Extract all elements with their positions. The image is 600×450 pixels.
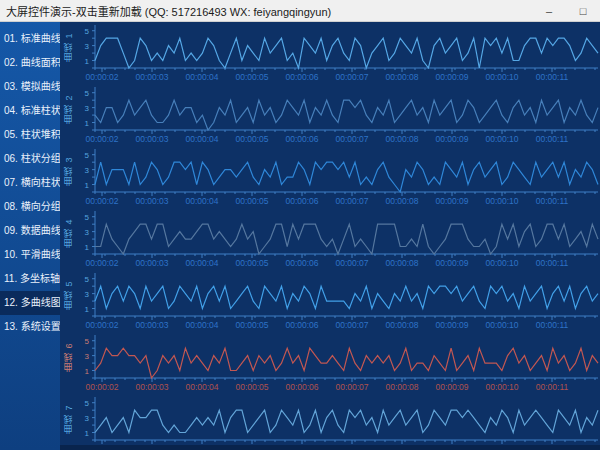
sidebar-item-04[interactable]: 04. 标准柱状 bbox=[0, 99, 60, 123]
y-tick-label: 1 bbox=[85, 305, 90, 314]
chart-y-title: 曲线 4 bbox=[60, 208, 76, 258]
y-tick-label: 5 bbox=[85, 89, 90, 98]
chart-svg: 531 bbox=[76, 394, 600, 450]
chart-row-3: 曲线 353100:00:0200:00:0300:00:0400:00:050… bbox=[60, 146, 600, 208]
x-tick-label: 00:00:04 bbox=[185, 382, 218, 392]
sidebar-item-01[interactable]: 01. 标准曲线 bbox=[0, 27, 60, 51]
x-tick-label: 00:00:07 bbox=[335, 72, 368, 82]
sidebar-item-11[interactable]: 11. 多坐标轴 bbox=[0, 267, 60, 291]
sidebar-item-03[interactable]: 03. 模拟曲线 bbox=[0, 75, 60, 99]
sidebar-item-06[interactable]: 06. 柱状分组 bbox=[0, 147, 60, 171]
y-tick-label: 3 bbox=[85, 228, 90, 237]
x-tick-label: 00:00:09 bbox=[435, 320, 468, 330]
minimize-button[interactable]: – bbox=[532, 0, 566, 22]
x-tick-label: 00:00:08 bbox=[385, 196, 418, 206]
app-window: 大屏控件演示-双击重新加载 (QQ: 517216493 WX: feiyang… bbox=[0, 0, 600, 450]
x-tick-label: 00:00:03 bbox=[135, 382, 168, 392]
y-tick-label: 5 bbox=[85, 27, 90, 36]
y-tick-label: 1 bbox=[85, 429, 90, 438]
x-tick-label: 00:00:08 bbox=[385, 320, 418, 330]
panel-bottom-strip bbox=[60, 445, 600, 450]
chart-y-title: 曲线 3 bbox=[60, 146, 76, 196]
sidebar-item-07[interactable]: 07. 横向柱状 bbox=[0, 171, 60, 195]
line-series bbox=[95, 224, 598, 254]
x-tick-label: 00:00:10 bbox=[485, 382, 518, 392]
x-tick-label: 00:00:03 bbox=[135, 196, 168, 206]
x-tick-label: 00:00:04 bbox=[185, 258, 218, 268]
chart-svg: 53100:00:0200:00:0300:00:0400:00:0500:00… bbox=[76, 208, 600, 270]
chart-y-title: 曲线 1 bbox=[60, 22, 76, 72]
x-tick-label: 00:00:11 bbox=[536, 382, 569, 392]
y-tick-label: 1 bbox=[85, 119, 90, 128]
x-tick-label: 00:00:09 bbox=[435, 196, 468, 206]
main-area: 01. 标准曲线02. 曲线面积03. 模拟曲线04. 标准柱状05. 柱状堆积… bbox=[0, 22, 600, 450]
x-tick-label: 00:00:02 bbox=[85, 196, 118, 206]
x-tick-label: 00:00:11 bbox=[536, 320, 569, 330]
chart-row-6: 曲线 653100:00:0200:00:0300:00:0400:00:050… bbox=[60, 332, 600, 394]
line-series bbox=[95, 286, 598, 308]
y-tick-label: 3 bbox=[85, 42, 90, 51]
x-tick-label: 00:00:02 bbox=[85, 320, 118, 330]
chart-y-title: 曲线 5 bbox=[60, 270, 76, 320]
x-tick-label: 00:00:05 bbox=[235, 134, 268, 144]
x-tick-label: 00:00:11 bbox=[536, 72, 569, 82]
x-tick-label: 00:00:06 bbox=[285, 72, 318, 82]
x-tick-label: 00:00:04 bbox=[185, 134, 218, 144]
y-tick-label: 5 bbox=[85, 337, 90, 346]
sidebar-item-09[interactable]: 09. 数据曲线 bbox=[0, 219, 60, 243]
y-tick-label: 1 bbox=[85, 181, 90, 190]
chart-svg: 53100:00:0200:00:0300:00:0400:00:0500:00… bbox=[76, 332, 600, 394]
sidebar: 01. 标准曲线02. 曲线面积03. 模拟曲线04. 标准柱状05. 柱状堆积… bbox=[0, 22, 60, 450]
x-tick-label: 00:00:05 bbox=[235, 196, 268, 206]
chart-svg: 53100:00:0200:00:0300:00:0400:00:0500:00… bbox=[76, 84, 600, 146]
sidebar-item-08[interactable]: 08. 横向分组 bbox=[0, 195, 60, 219]
x-tick-label: 00:00:09 bbox=[435, 134, 468, 144]
x-tick-label: 00:00:03 bbox=[135, 72, 168, 82]
chart-y-title: 曲线 2 bbox=[60, 84, 76, 134]
sidebar-item-02[interactable]: 02. 曲线面积 bbox=[0, 51, 60, 75]
x-tick-label: 00:00:10 bbox=[485, 196, 518, 206]
x-tick-label: 00:00:07 bbox=[335, 382, 368, 392]
minimize-icon: – bbox=[546, 5, 552, 17]
y-tick-label: 3 bbox=[85, 166, 90, 175]
y-tick-label: 5 bbox=[85, 151, 90, 160]
maximize-button[interactable]: □ bbox=[566, 0, 600, 22]
x-tick-label: 00:00:02 bbox=[85, 72, 118, 82]
sidebar-item-05[interactable]: 05. 柱状堆积 bbox=[0, 123, 60, 147]
x-tick-label: 00:00:03 bbox=[135, 258, 168, 268]
line-series bbox=[95, 410, 598, 432]
line-series bbox=[95, 100, 598, 130]
sidebar-item-12[interactable]: 12. 多曲线图 bbox=[0, 291, 60, 315]
x-tick-label: 00:00:06 bbox=[285, 196, 318, 206]
x-tick-label: 00:00:08 bbox=[385, 134, 418, 144]
sidebar-item-10[interactable]: 10. 平滑曲线 bbox=[0, 243, 60, 267]
x-tick-label: 00:00:07 bbox=[335, 196, 368, 206]
x-tick-label: 00:00:04 bbox=[185, 196, 218, 206]
chart-svg: 53100:00:0200:00:0300:00:0400:00:0500:00… bbox=[76, 270, 600, 332]
y-tick-label: 3 bbox=[85, 352, 90, 361]
x-tick-label: 00:00:10 bbox=[485, 258, 518, 268]
x-tick-label: 00:00:09 bbox=[435, 258, 468, 268]
chart-row-7: 曲线 7531 bbox=[60, 394, 600, 450]
x-tick-label: 00:00:02 bbox=[85, 382, 118, 392]
x-tick-label: 00:00:11 bbox=[536, 134, 569, 144]
x-tick-label: 00:00:10 bbox=[485, 320, 518, 330]
y-tick-label: 1 bbox=[85, 367, 90, 376]
line-series bbox=[95, 348, 598, 378]
x-tick-label: 00:00:09 bbox=[435, 382, 468, 392]
x-tick-label: 00:00:10 bbox=[485, 72, 518, 82]
y-tick-label: 1 bbox=[85, 243, 90, 252]
chart-y-title: 曲线 7 bbox=[60, 394, 76, 444]
y-tick-label: 1 bbox=[85, 57, 90, 66]
y-tick-label: 5 bbox=[85, 213, 90, 222]
chart-row-5: 曲线 553100:00:0200:00:0300:00:0400:00:050… bbox=[60, 270, 600, 332]
x-tick-label: 00:00:04 bbox=[185, 72, 218, 82]
line-series bbox=[95, 38, 598, 68]
x-tick-label: 00:00:05 bbox=[235, 72, 268, 82]
x-tick-label: 00:00:10 bbox=[485, 134, 518, 144]
sidebar-item-13[interactable]: 13. 系统设置 bbox=[0, 315, 60, 339]
x-tick-label: 00:00:08 bbox=[385, 72, 418, 82]
x-tick-label: 00:00:06 bbox=[285, 258, 318, 268]
maximize-icon: □ bbox=[580, 5, 587, 17]
chart-panel[interactable]: 曲线 153100:00:0200:00:0300:00:0400:00:050… bbox=[60, 22, 600, 450]
